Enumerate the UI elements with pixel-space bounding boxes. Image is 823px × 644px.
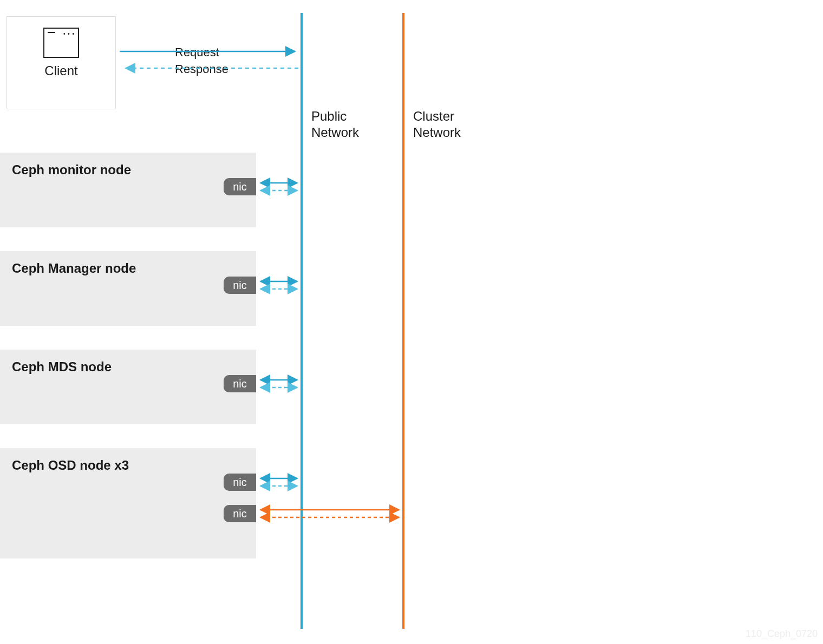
public-network-line (301, 13, 303, 629)
public-network-label: Public Network (311, 108, 359, 141)
client-label: Client (7, 63, 115, 78)
cluster-network-label: Cluster Network (413, 108, 461, 141)
node-title: Ceph OSD node x3 (0, 448, 256, 473)
nic-tag: nic (224, 375, 256, 392)
client-window-icon: • • • (43, 28, 79, 58)
nic-tag: nic (224, 474, 256, 491)
node-title: Ceph Manager node (0, 251, 256, 276)
legend-request-label: Request (175, 45, 219, 60)
nic-tag: nic (224, 277, 256, 294)
node-manager: Ceph Manager node (0, 251, 256, 326)
nic-tag: nic (224, 178, 256, 195)
cluster-network-text: Cluster Network (413, 109, 461, 140)
public-network-text: Public Network (311, 109, 359, 140)
node-mds: Ceph MDS node (0, 350, 256, 424)
nic-tag: nic (224, 505, 256, 522)
diagram-container: • • • Client Public Network Cluster Netw… (0, 0, 823, 644)
node-monitor: Ceph monitor node (0, 153, 256, 227)
client-box: • • • Client (6, 16, 116, 109)
cluster-network-line (402, 13, 404, 629)
watermark-text: 110_Ceph_0720 (746, 628, 818, 640)
node-osd: Ceph OSD node x3 (0, 448, 256, 558)
legend-response-label: Response (175, 62, 228, 76)
node-title: Ceph MDS node (0, 350, 256, 374)
node-title: Ceph monitor node (0, 153, 256, 178)
